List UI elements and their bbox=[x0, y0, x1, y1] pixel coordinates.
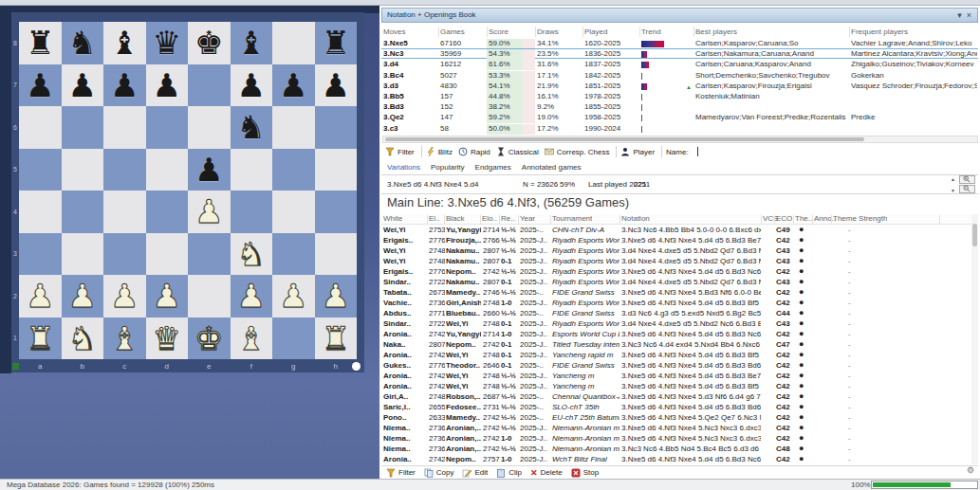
game-row[interactable]: Gukes..2776Theodor..26460-12025-..FIDE G… bbox=[381, 360, 971, 371]
games-column-header[interactable]: Black bbox=[446, 214, 465, 225]
game-row[interactable]: Pono..2633Mamedy..2742½-½2025-..EU-chT 2… bbox=[381, 412, 971, 423]
game-row[interactable]: Wei,Yi2748Nakamu..2807½-½2025-J..Riyadh … bbox=[381, 245, 971, 256]
board-square[interactable] bbox=[272, 318, 315, 360]
board-square[interactable] bbox=[315, 191, 358, 233]
chess-piece-bk-e8[interactable]: ♚ bbox=[188, 22, 231, 64]
game-row[interactable]: Wei,Yi2748Nakamu..28070-12025-J..Riyadh … bbox=[381, 256, 971, 266]
chess-piece-wk-e1[interactable]: ♚ bbox=[188, 318, 231, 360]
book-scrollbar-thumb[interactable] bbox=[385, 137, 864, 141]
game-row[interactable]: Aronia..2742Nepom..27571-02025-J..WchT B… bbox=[381, 454, 971, 464]
game-row[interactable]: Vachie..2736Giri,Anish27481-02025-J..Riy… bbox=[381, 298, 971, 308]
chess-piece-wr-a1[interactable]: ♜ bbox=[19, 318, 62, 360]
board-square[interactable] bbox=[19, 149, 62, 191]
name-filter[interactable]: Name: bbox=[666, 147, 698, 156]
board-square[interactable] bbox=[272, 191, 315, 233]
board-square[interactable] bbox=[272, 22, 315, 64]
board-square[interactable] bbox=[62, 191, 104, 233]
game-row[interactable]: Niema..2736Aronian,..27421-02025-J..Niem… bbox=[381, 433, 971, 444]
tab-popularity[interactable]: Popularity bbox=[431, 163, 465, 172]
book-column-header[interactable]: Played bbox=[584, 26, 607, 38]
book-column-header[interactable]: Draws bbox=[537, 26, 559, 38]
chess-piece-bp-h7[interactable]: ♟ bbox=[315, 64, 358, 107]
book-row[interactable]: 3.Bb515744.8%16.1%1978-2025Kosteniuk;Mat… bbox=[381, 91, 978, 101]
board-square[interactable] bbox=[62, 149, 104, 191]
games-column-header[interactable]: El.. bbox=[429, 214, 440, 225]
chess-piece-wp-g2[interactable]: ♟ bbox=[272, 275, 315, 318]
board-square[interactable] bbox=[103, 191, 146, 233]
chess-piece-bp-e5[interactable]: ♟ bbox=[188, 149, 231, 191]
board-square[interactable] bbox=[231, 191, 273, 233]
game-row[interactable]: Wei,Yi2753Yu,Yangyi2714½-½2025-..CHN-chT… bbox=[381, 225, 971, 235]
classical-button[interactable]: Classical bbox=[496, 147, 539, 156]
chess-piece-bn-b8[interactable]: ♞ bbox=[62, 22, 104, 64]
book-row[interactable]: 3.Nc33596954.3%23.5%1836-2025Carlsen;Nak… bbox=[381, 48, 978, 59]
chess-piece-wp-e4[interactable]: ♟ bbox=[188, 191, 231, 233]
games-column-header[interactable]: Theme Strength bbox=[833, 214, 887, 225]
book-row[interactable]: 3.Nxe56716059.0%34.1%1620-2025Carlsen;Ka… bbox=[381, 38, 978, 48]
scroll-down-icon[interactable]: ▼ bbox=[949, 188, 957, 193]
chess-piece-wn-b1[interactable]: ♞ bbox=[62, 318, 104, 360]
gear-icon[interactable]: ⚙ bbox=[967, 465, 974, 475]
chess-piece-wb-c1[interactable]: ♝ bbox=[103, 318, 146, 360]
games-column-header[interactable]: ECO bbox=[776, 214, 792, 225]
game-row[interactable]: Tabata..2673Mamedy..2746½-½2025-..FIDE G… bbox=[381, 287, 971, 298]
book-column-header[interactable]: Trend bbox=[641, 26, 661, 38]
board-square[interactable] bbox=[19, 233, 62, 276]
games-column-header[interactable]: Elo.. bbox=[482, 214, 497, 225]
games-column-header[interactable]: Re.. bbox=[501, 214, 515, 225]
rapid-button[interactable]: Rapid bbox=[458, 147, 490, 156]
chess-piece-wr-h1[interactable]: ♜ bbox=[315, 318, 358, 360]
games-column-header[interactable]: Notation bbox=[621, 214, 650, 225]
pane-header[interactable]: Notation + Openings Book ▾× bbox=[381, 8, 978, 23]
zoom-out-button[interactable] bbox=[959, 185, 975, 193]
game-row[interactable]: Naka..2807Nepom..27420-12025-J..Titled T… bbox=[381, 339, 971, 350]
game-row[interactable]: Erigais..2776Nepom..2742½-½2025-J..Riyad… bbox=[381, 266, 971, 277]
game-row[interactable]: Niema..2736Aronian,..2742½-½2025-J..Niem… bbox=[381, 444, 971, 454]
chess-piece-bq-d8[interactable]: ♛ bbox=[146, 22, 189, 64]
chess-piece-bb-f8[interactable]: ♝ bbox=[231, 22, 273, 64]
footer-edit-button[interactable]: Edit bbox=[462, 468, 488, 478]
book-column-header[interactable]: Frequent players bbox=[851, 26, 908, 38]
board-square[interactable] bbox=[188, 233, 231, 276]
game-row[interactable]: Niema..2736Aronian,..2742½-½2025-J..Niem… bbox=[381, 423, 971, 433]
book-row[interactable]: 3.Bc4502753.3%17.1%1842-2025Short;Demche… bbox=[381, 70, 978, 81]
book-row[interactable]: 3.d3483054.1%21.9%1851-2025▲Carlsen;Kasp… bbox=[381, 81, 978, 91]
game-row[interactable]: Abdus..2771Bluebau..2660½-½2025-..FIDE G… bbox=[381, 308, 971, 318]
board-square[interactable] bbox=[146, 233, 189, 276]
board-square[interactable] bbox=[272, 233, 315, 276]
chess-piece-wq-d1[interactable]: ♛ bbox=[146, 318, 189, 360]
chess-piece-bp-d7[interactable]: ♟ bbox=[146, 64, 189, 107]
board-square[interactable] bbox=[146, 149, 189, 191]
games-column-header[interactable]: The.. bbox=[795, 214, 812, 225]
board-square[interactable] bbox=[62, 233, 104, 276]
board-square[interactable] bbox=[103, 149, 146, 191]
game-row[interactable]: Erigais..2776Firouzja,..2766½-½2025-J..R… bbox=[381, 235, 971, 245]
game-row[interactable]: Aronia..2742Wei,Yi2748½-½2025-J..Yanchen… bbox=[381, 371, 971, 381]
board-square[interactable] bbox=[19, 191, 62, 233]
footer-copy-button[interactable]: Copy bbox=[424, 468, 454, 478]
corresp-chess-button[interactable]: Corresp. Chess bbox=[545, 147, 610, 156]
board-square[interactable] bbox=[146, 106, 189, 149]
chess-piece-bn-f6[interactable]: ♞ bbox=[231, 106, 273, 149]
collapse-icon[interactable]: ▾ bbox=[957, 10, 962, 20]
games-vertical-scrollbar[interactable] bbox=[971, 214, 978, 464]
board-square[interactable] bbox=[272, 106, 315, 149]
board-square[interactable] bbox=[272, 149, 315, 191]
book-column-header[interactable]: Games bbox=[440, 26, 465, 38]
game-row[interactable]: Sindar..2722Nakamu..28070-12025-J..Riyad… bbox=[381, 277, 971, 287]
chess-piece-wp-f2[interactable]: ♟ bbox=[231, 275, 273, 318]
chess-piece-bp-a7[interactable]: ♟ bbox=[19, 64, 62, 107]
book-horizontal-scrollbar[interactable] bbox=[382, 136, 978, 143]
board-square[interactable] bbox=[19, 106, 62, 149]
chess-piece-bb-c8[interactable]: ♝ bbox=[103, 22, 146, 64]
board-square[interactable] bbox=[188, 106, 231, 149]
board-square[interactable] bbox=[188, 275, 231, 318]
chess-piece-bp-b7[interactable]: ♟ bbox=[62, 64, 104, 107]
games-scrollbar-thumb[interactable] bbox=[972, 224, 977, 246]
chess-piece-wp-b2[interactable]: ♟ bbox=[62, 275, 104, 318]
tab-variations[interactable]: Variations bbox=[387, 163, 420, 172]
chess-board[interactable]: ♜♞♝♛♚♝♜♟♟♟♟♟♟♟♞♟♟♞♟♟♟♟♟♟♟♜♞♝♛♚♝♜ bbox=[19, 22, 357, 359]
book-row[interactable]: 3.c35850.0%17.2%1990-2024 bbox=[381, 123, 978, 134]
book-row[interactable]: 3.d41621261.6%31.6%1837-2025Carlsen;Caru… bbox=[381, 59, 978, 69]
chess-piece-br-h8[interactable]: ♜ bbox=[315, 22, 358, 64]
